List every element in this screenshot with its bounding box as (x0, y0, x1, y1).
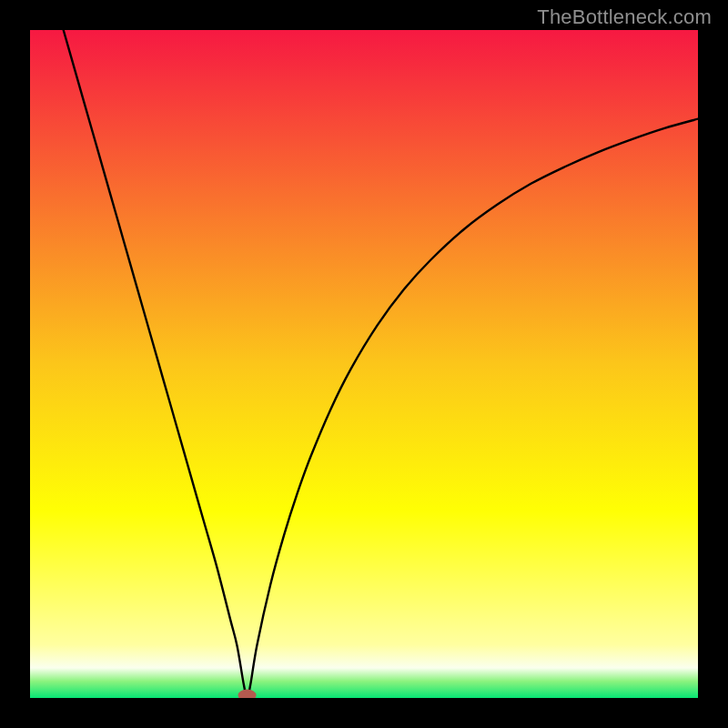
plot-area (30, 30, 698, 698)
watermark-text: TheBottleneck.com (537, 5, 712, 29)
gradient-background (30, 30, 698, 698)
chart-svg (30, 30, 698, 698)
chart-frame: TheBottleneck.com (0, 0, 728, 728)
